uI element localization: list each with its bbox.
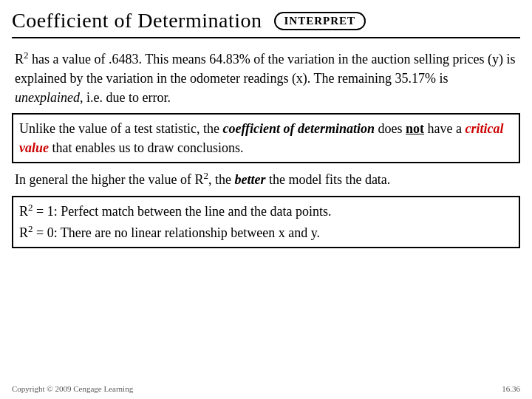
paragraph-2: Unlike the value of a test statistic, th… xyxy=(12,113,520,163)
page: Coefficient of Determination INTERPRET R… xyxy=(0,0,532,399)
paragraph-4: R2 = 1: Perfect match between the line a… xyxy=(12,196,520,249)
interpret-badge: INTERPRET xyxy=(274,12,366,30)
slide-number: 16.36 xyxy=(502,384,520,393)
paragraph-3: In general the higher the value of R2, t… xyxy=(12,165,520,194)
para-4-line2: R2 = 0: There are no linear relationship… xyxy=(19,222,513,244)
header: Coefficient of Determination INTERPRET xyxy=(12,9,520,38)
footer: Copyright © 2009 Cengage Learning 16.36 xyxy=(12,381,520,393)
paragraph-1: R2 has a value of .6483. This means 64.8… xyxy=(12,44,520,112)
content-area: R2 has a value of .6483. This means 64.8… xyxy=(12,44,520,381)
copyright-text: Copyright © 2009 Cengage Learning xyxy=(12,384,133,393)
page-title: Coefficient of Determination xyxy=(12,9,262,33)
para-4-line1: R2 = 1: Perfect match between the line a… xyxy=(19,200,513,222)
